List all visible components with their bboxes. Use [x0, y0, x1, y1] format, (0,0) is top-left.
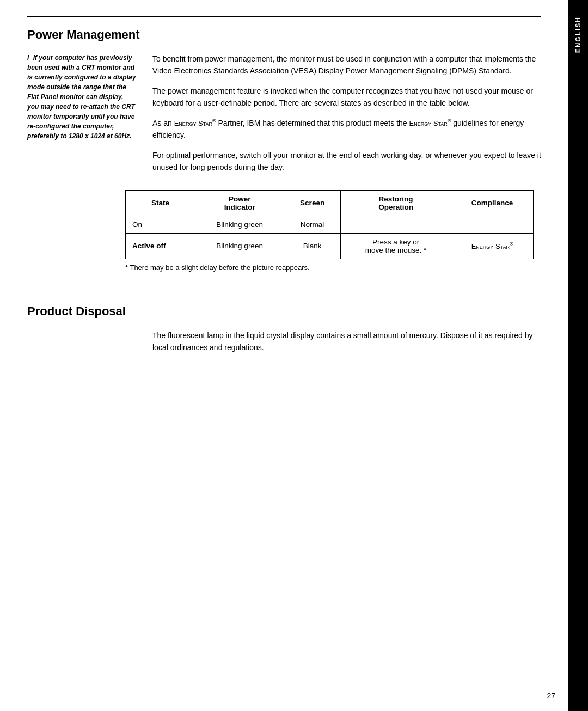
energy-star-2: Energy Star — [409, 119, 448, 127]
col-screen: Screen — [284, 190, 341, 216]
table-footnote: * There may be a slight delay before the… — [125, 263, 541, 272]
intro-section: i If your computer has previously been u… — [27, 53, 541, 174]
paragraph-4: For optimal performance, switch off your… — [152, 149, 541, 174]
cell-state-on: On — [126, 216, 195, 233]
cell-compliance-on — [451, 216, 534, 233]
col-compliance: Compliance — [451, 190, 534, 216]
power-management-table: State PowerIndicator Screen RestoringOpe… — [125, 190, 534, 259]
table-row: On Blinking green Normal — [126, 216, 534, 233]
cell-compliance-active: Energy Star® — [451, 233, 534, 259]
cell-power-on: Blinking green — [195, 216, 284, 233]
cell-screen-active: Blank — [284, 233, 341, 259]
cell-restore-active: Press a key ormove the mouse. * — [340, 233, 451, 259]
energy-star-1: Energy Star — [174, 119, 212, 127]
left-note-text: If your computer has previously been use… — [27, 54, 136, 140]
paragraph-3: As an Energy Star® Partner, IBM has dete… — [152, 117, 541, 142]
cell-restore-on — [340, 216, 451, 233]
paragraph-1: To benefit from power management, the mo… — [152, 53, 541, 77]
col-restoring-operation: RestoringOperation — [340, 190, 451, 216]
disposal-left-spacer — [27, 329, 136, 354]
product-disposal-heading: Product Disposal — [27, 304, 541, 318]
top-divider — [27, 16, 541, 17]
table-header-row: State PowerIndicator Screen RestoringOpe… — [126, 190, 534, 216]
paragraph-2: The power management feature is invoked … — [152, 85, 541, 109]
language-label: ENGLISH — [574, 16, 582, 53]
col-state: State — [126, 190, 195, 216]
disposal-paragraph: The fluorescent lamp in the liquid cryst… — [152, 329, 541, 354]
cell-screen-on: Normal — [284, 216, 341, 233]
left-note: i If your computer has previously been u… — [27, 53, 136, 174]
disposal-text: The fluorescent lamp in the liquid cryst… — [152, 329, 541, 354]
col-power-indicator: PowerIndicator — [195, 190, 284, 216]
right-text: To benefit from power management, the mo… — [152, 53, 541, 174]
language-sidebar: ENGLISH — [568, 0, 588, 711]
cell-state-active: Active off — [126, 233, 195, 259]
power-management-heading: Power Management — [27, 28, 541, 42]
cell-power-active: Blinking green — [195, 233, 284, 259]
info-icon: i — [27, 54, 29, 62]
power-table-section: State PowerIndicator Screen RestoringOpe… — [125, 190, 541, 272]
product-disposal-section: Product Disposal The fluorescent lamp in… — [0, 304, 568, 354]
page-number: 27 — [547, 691, 555, 700]
disposal-content: The fluorescent lamp in the liquid cryst… — [27, 329, 541, 354]
table-row: Active off Blinking green Blank Press a … — [126, 233, 534, 259]
